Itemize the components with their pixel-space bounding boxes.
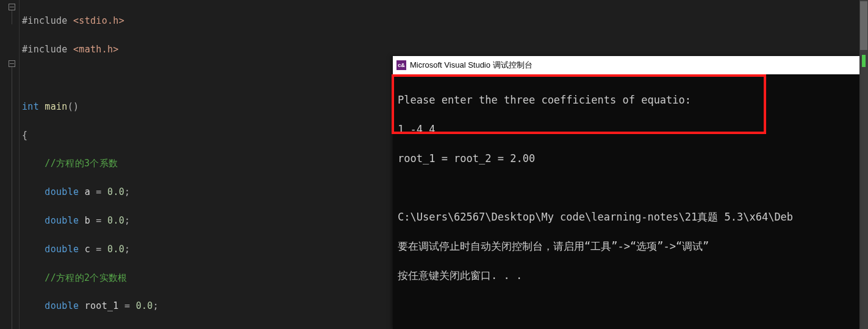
fold-toggle-icon[interactable] [9,4,15,10]
preprocessor: #include [22,15,73,26]
fold-toggle-icon[interactable] [9,60,15,67]
keyword: double [45,186,79,197]
console-titlebar[interactable]: c& Microsoft Visual Studio 调试控制台 [393,56,859,74]
console-line: root_1 = root_2 = 2.00 [398,151,855,166]
comment: //方程的2个实数根 [45,272,127,283]
function-name: main [45,101,67,112]
vs-icon: c& [396,60,406,70]
console-line: 要在调试停止时自动关闭控制台，请启用“工具”->“选项”->“调试” [398,239,855,253]
include-path: <math.h> [73,44,119,55]
keyword: double [45,300,79,311]
console-line: C:\Users\62567\Desktop\My code\learning-… [398,210,855,224]
console-line: 按任意键关闭此窗口. . . [398,268,855,283]
keyword: double [45,215,79,226]
vertical-scrollbar[interactable] [859,0,868,329]
comment: //方程的3个系数 [45,158,118,169]
identifier: root_1 [85,300,119,311]
scrollbar-thumb[interactable] [860,1,867,50]
identifier: c [85,244,90,255]
console-title: Microsoft Visual Studio 调试控制台 [410,60,533,71]
number-literal: 0.0 [107,186,124,197]
keyword: int [22,101,39,112]
number-literal: 0.0 [136,300,153,311]
identifier: b [85,215,90,226]
console-line: Please enter the three coefficients of e… [398,93,855,107]
identifier: a [85,186,90,197]
number-literal: 0.0 [107,244,124,255]
scroll-marker-icon [862,55,866,67]
console-line: 1 -4 4 [398,122,855,136]
debug-console-window[interactable]: c& Microsoft Visual Studio 调试控制台 Please … [393,56,859,329]
editor-gutter [0,0,20,329]
keyword: double [45,244,79,255]
preprocessor: #include [22,44,73,55]
number-literal: 0.0 [107,215,124,226]
include-path: <stdio.h> [73,15,124,26]
console-output[interactable]: Please enter the three coefficients of e… [393,74,859,316]
